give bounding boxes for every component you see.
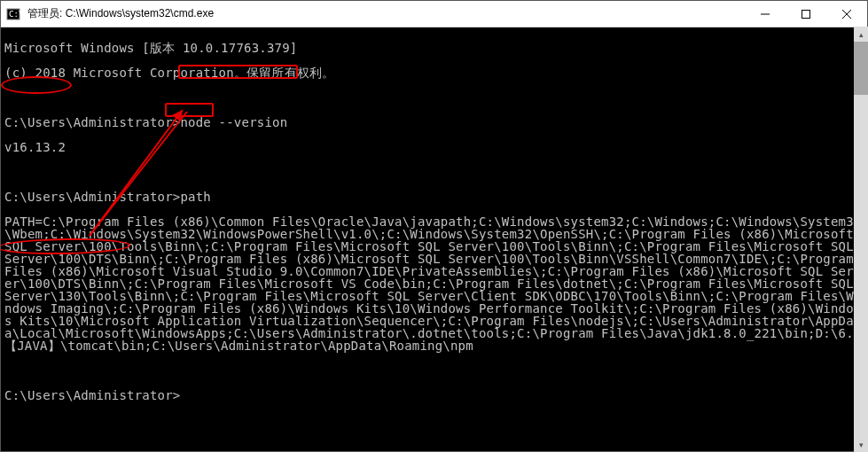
prompt-2: C:\Users\Administrator> bbox=[4, 190, 180, 204]
path-output: PATH=C:\Program Files (x86)\Common Files… bbox=[4, 215, 864, 352]
terminal-output[interactable]: Microsoft Windows [版本 10.0.17763.379] (c… bbox=[1, 27, 867, 451]
output-1: v16.13.2 bbox=[4, 141, 864, 153]
version-line: Microsoft Windows [版本 10.0.17763.379] bbox=[4, 42, 864, 54]
blank-line bbox=[4, 166, 864, 178]
command-2: path bbox=[180, 190, 211, 204]
cmd-window: C:\ 管理员: C:\Windows\system32\cmd.exe Mic… bbox=[0, 0, 868, 452]
close-button[interactable] bbox=[826, 1, 867, 27]
command-1: node --version bbox=[180, 115, 287, 129]
svg-rect-3 bbox=[802, 10, 810, 18]
window-controls bbox=[745, 1, 867, 27]
scroll-thumb[interactable] bbox=[854, 42, 868, 95]
copyright-line: (c) 2018 Microsoft Corporation。保留所有权利。 bbox=[4, 66, 864, 79]
cmd-icon: C:\ bbox=[6, 7, 20, 21]
prompt-line-1: C:\Users\Administrator>node --version bbox=[4, 116, 864, 129]
prompt-1: C:\Users\Administrator> bbox=[4, 115, 180, 129]
blank-line bbox=[4, 364, 864, 377]
svg-text:C:\: C:\ bbox=[9, 10, 20, 19]
scroll-up-button[interactable]: ▴ bbox=[854, 27, 868, 42]
prompt-line-2: C:\Users\Administrator>path bbox=[4, 191, 864, 203]
prompt-3: C:\Users\Administrator> bbox=[4, 388, 180, 402]
scroll-down-button[interactable]: ▾ bbox=[854, 437, 868, 452]
blank-line bbox=[4, 91, 864, 104]
titlebar[interactable]: C:\ 管理员: C:\Windows\system32\cmd.exe bbox=[1, 1, 867, 27]
prompt-line-3: C:\Users\Administrator> bbox=[4, 389, 864, 401]
maximize-button[interactable] bbox=[786, 1, 826, 27]
window-title: 管理员: C:\Windows\system32\cmd.exe bbox=[26, 6, 745, 21]
minimize-button[interactable] bbox=[745, 1, 786, 27]
scrollbar[interactable]: ▴ ▾ bbox=[854, 27, 868, 452]
